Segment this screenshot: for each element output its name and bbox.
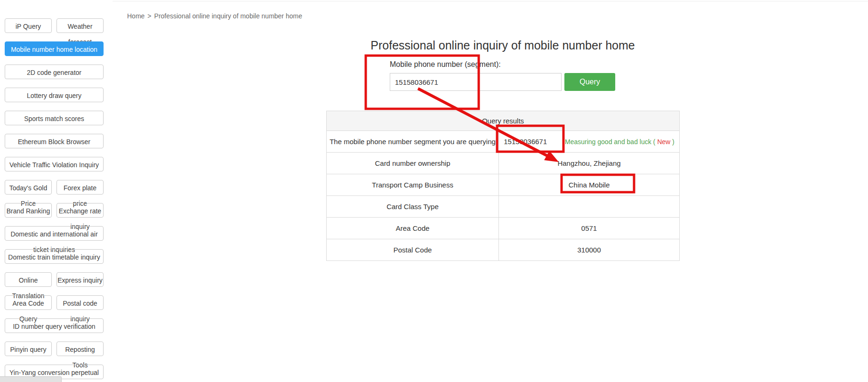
sidebar-item-label: Lottery draw query: [27, 92, 81, 99]
table-row-label-cell: Transport Camp Business: [327, 174, 499, 196]
new-badge: New: [657, 138, 670, 146]
sidebar: iP QueryWeather forecastMobile number ho…: [0, 0, 113, 382]
sidebar-item-ip-query[interactable]: iP Query: [5, 18, 52, 33]
phone-input-label: Mobile phone number (segment):: [390, 60, 501, 69]
query-results-table: Query results The mobile phone number se…: [326, 111, 680, 261]
table-row: Area Code 0571: [327, 218, 680, 239]
phone-number-input[interactable]: [390, 73, 562, 91]
table-row: Card Class Type: [327, 196, 680, 218]
luck-link-text: Measuring good and bad luck (: [565, 138, 657, 146]
table-row: Card number ownership Hangzhou, Zhejiang: [327, 153, 680, 174]
luck-link-text-close: ): [670, 138, 675, 146]
sidebar-item-label: Brand Ranking: [7, 207, 50, 215]
sidebar-item-label: Mobile number home location: [11, 46, 97, 53]
sidebar-item-mobile-number-home-location[interactable]: Mobile number home location: [5, 41, 104, 56]
sidebar-item-postal-code-inquiry[interactable]: Postal code inquiry: [56, 295, 104, 310]
luck-link[interactable]: Measuring good and bad luck ( New ): [565, 138, 675, 146]
table-header-row: Query results: [327, 111, 680, 131]
sidebar-item-online-translation[interactable]: Online Translation: [5, 272, 52, 287]
row-label: Postal Code: [394, 246, 432, 254]
table-row-value-cell: 15158036671Measuring good and bad luck (…: [499, 131, 680, 153]
sidebar-item-sports-match-scores[interactable]: Sports match scores: [5, 111, 104, 125]
row-value: 15158036671: [504, 138, 547, 146]
sidebar-item-weather-forecast[interactable]: Weather forecast: [56, 18, 104, 33]
sidebar-item-express-inquiry[interactable]: Express inquiry: [56, 272, 104, 287]
browser-status-bar: [0, 376, 62, 382]
table-row: The mobile phone number segment you are …: [327, 131, 680, 153]
sidebar-item-reposting-tools[interactable]: Reposting Tools: [56, 341, 104, 356]
table-row-value-cell: Hangzhou, Zhejiang: [499, 153, 680, 174]
sidebar-item-label: Vehicle Traffic Violation Inquiry: [9, 161, 99, 169]
row-label: Card Class Type: [386, 203, 439, 211]
row-value: China Mobile: [569, 181, 610, 189]
breadcrumb: Home>Professional online inquiry of mobi…: [127, 12, 302, 20]
row-label: Transport Camp Business: [372, 181, 453, 189]
sidebar-item-vehicle-traffic-violation-inquiry[interactable]: Vehicle Traffic Violation Inquiry: [5, 157, 104, 171]
sidebar-item-label: ID number query verification: [13, 323, 95, 330]
sidebar-item-id-number-query-verification[interactable]: ID number query verification: [5, 318, 104, 333]
sidebar-item-label: 2D code generator: [27, 69, 81, 76]
row-label: Card number ownership: [375, 159, 450, 167]
breadcrumb-home-link[interactable]: Home: [127, 12, 145, 20]
table-row-value-cell: China Mobile: [499, 174, 680, 196]
sidebar-item-forex-plate-price[interactable]: Forex plate price: [56, 180, 104, 195]
sidebar-item-label: Ethereum Block Browser: [18, 138, 90, 146]
top-divider: [113, 1, 868, 1]
table-row: Transport Camp Business China Mobile: [327, 174, 680, 196]
table-row-label-cell: Card Class Type: [327, 196, 499, 218]
row-value: Hangzhou, Zhejiang: [557, 159, 620, 167]
sidebar-item-2d-code-generator[interactable]: 2D code generator: [5, 65, 104, 79]
table-row-label-cell: Area Code: [327, 218, 499, 239]
sidebar-item-exchange-rate-inquiry[interactable]: Exchange rate inquiry: [56, 203, 104, 218]
table-row-value-cell: 310000: [499, 239, 680, 261]
sidebar-item-label: Sports match scores: [24, 115, 84, 122]
main-content: Home>Professional online inquiry of mobi…: [113, 0, 868, 382]
table-row-label-cell: Card number ownership: [327, 153, 499, 174]
sidebar-item-label: Express inquiry: [57, 276, 103, 284]
table-row: Postal Code 310000: [327, 239, 680, 261]
row-label: Area Code: [396, 224, 430, 232]
row-value: 0571: [581, 224, 597, 232]
table-header: Query results: [327, 111, 680, 131]
sidebar-item-domestic-train-timetable-inquiry[interactable]: Domestic train timetable inquiry: [5, 249, 104, 264]
row-value: 310000: [577, 246, 601, 254]
sidebar-item-label: Domestic train timetable inquiry: [8, 253, 100, 261]
query-button[interactable]: Query: [564, 73, 615, 91]
table-row-value-cell: 0571: [499, 218, 680, 239]
sidebar-item-brand-ranking[interactable]: Brand Ranking: [5, 203, 52, 218]
table-row-label-cell: The mobile phone number segment you are …: [327, 131, 499, 153]
page: iP QueryWeather forecastMobile number ho…: [0, 0, 868, 382]
sidebar-item-domestic-and-international-air-ticket-inquiries[interactable]: Domestic and international air ticket in…: [5, 226, 104, 241]
sidebar-item-label: Pinyin query: [10, 346, 46, 353]
page-title: Professional online inquiry of mobile nu…: [326, 39, 679, 52]
sidebar-item-today-s-gold-price[interactable]: Today's Gold Price: [5, 180, 52, 195]
row-label: The mobile phone number segment you are …: [330, 138, 496, 146]
sidebar-item-area-code-query[interactable]: Area Code Query: [5, 295, 52, 310]
sidebar-item-label: iP Query: [16, 23, 41, 30]
table-row-label-cell: Postal Code: [327, 239, 499, 261]
sidebar-item-label: Yin-Yang conversion perpetual: [9, 369, 99, 376]
breadcrumb-current: Professional online inquiry of mobile nu…: [154, 12, 302, 20]
sidebar-item-ethereum-block-browser[interactable]: Ethereum Block Browser: [5, 134, 104, 148]
sidebar-item-lottery-draw-query[interactable]: Lottery draw query: [5, 88, 104, 102]
sidebar-item-pinyin-query[interactable]: Pinyin query: [5, 341, 52, 356]
breadcrumb-separator: >: [147, 12, 151, 20]
table-row-value-cell: [499, 196, 680, 218]
